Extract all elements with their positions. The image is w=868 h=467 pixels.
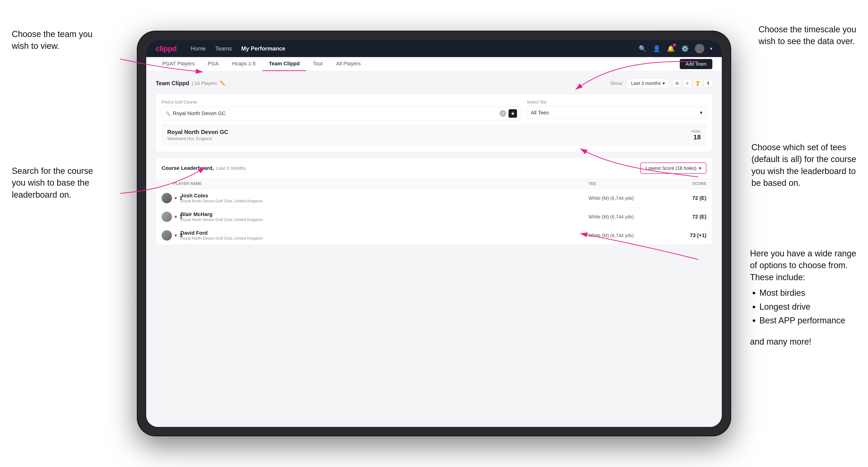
table-row: ♥ 1 Blair McHarg Royal North Devon Golf …	[156, 208, 712, 226]
score-cell-1: 72 (E)	[659, 195, 706, 201]
table-row: ♥ 3 David Ford Royal North Devon Golf Cl…	[156, 226, 712, 245]
tab-pga[interactable]: PGA	[201, 57, 225, 71]
search-icon[interactable]: 🔍	[638, 44, 647, 53]
score-type-dropdown[interactable]: Lowest Score (18 holes) ▾	[640, 162, 706, 174]
course-search-input[interactable]	[173, 111, 497, 117]
heart-icon-2[interactable]: ♥	[174, 214, 177, 220]
player-name-2: Blair McHarg	[181, 211, 263, 217]
annotation-top-right: Choose the timescale youwish to see the …	[758, 24, 856, 48]
tee-dropdown[interactable]: All Tees ▾	[527, 106, 706, 119]
course-search-group: Find a Golf Course 🔍 ✕ ★	[161, 100, 521, 120]
course-info: Royal North Devon GC Westward Ho!, Engla…	[167, 129, 228, 141]
download-button[interactable]: ⬇	[704, 79, 712, 88]
player-info-1: Josh Coles Royal North Devon Golf Club, …	[181, 193, 588, 204]
player-name-1: Josh Coles	[181, 193, 263, 199]
team-count: | 14 Players	[192, 81, 217, 86]
team-header: Team Clippd | 14 Players ✏️ Show: Last 3…	[156, 78, 712, 88]
top-nav: clippd Home Teams My Performance 🔍 👤 🔔 ⚙…	[146, 40, 722, 57]
sub-nav: PGAT Players PGA Hcaps 1-5 Team Clippd T…	[146, 57, 722, 71]
annotation-top-left: Choose the team youwish to view.	[12, 28, 92, 52]
tab-tour[interactable]: Tour	[306, 57, 330, 71]
bullet-2: Longest drive	[760, 301, 856, 313]
app-container: clippd Home Teams My Performance 🔍 👤 🔔 ⚙…	[146, 40, 722, 427]
player-club-2: Royal North Devon Golf Club, United King…	[181, 217, 263, 222]
course-result-name: Royal North Devon GC	[167, 129, 228, 135]
tee-chevron: ▾	[700, 110, 703, 116]
search-magnify-icon: 🔍	[165, 111, 170, 116]
nav-my-performance[interactable]: My Performance	[241, 45, 285, 52]
search-row: Find a Golf Course 🔍 ✕ ★ Select Tee	[161, 100, 706, 120]
bullet-3: Best APP performance	[760, 315, 856, 326]
tee-cell-2: White (M) (6,744 yds)	[588, 214, 659, 220]
holes-badge: Holes 18	[691, 129, 701, 141]
trophy-button[interactable]: 🏆	[693, 79, 702, 88]
dropdown-chevron: ▾	[662, 81, 665, 86]
view-icons: ⊞ ≡ 🏆 ⬇	[673, 79, 712, 88]
edit-team-icon[interactable]: ✏️	[220, 81, 226, 86]
player-club-1: Royal North Devon Golf Club, United King…	[181, 199, 263, 204]
users-icon[interactable]: 👤	[652, 44, 661, 53]
main-content: Team Clippd | 14 Players ✏️ Show: Last 3…	[146, 71, 722, 427]
table-row: ♥ 1 Josh Coles Royal North Devon Golf Cl…	[156, 189, 712, 208]
score-type-value: Lowest Score (18 holes)	[646, 165, 696, 171]
col-player-name: PLAYER NAME	[161, 182, 588, 186]
tab-team-clippd[interactable]: Team Clippd	[262, 57, 306, 71]
tee-cell-3: White (M) (6,744 yds)	[588, 233, 659, 238]
nav-links: Home Teams My Performance	[191, 45, 638, 52]
leaderboard-section: Course Leaderboard, Last 3 months Lowest…	[156, 158, 712, 245]
tab-pgat-players[interactable]: PGAT Players	[156, 57, 201, 71]
nav-home[interactable]: Home	[191, 45, 206, 52]
add-team-button[interactable]: Add Team	[680, 59, 712, 69]
score-dropdown-chevron: ▾	[699, 165, 701, 171]
team-name: Team Clippd	[156, 80, 189, 87]
player-avatar-2	[161, 212, 172, 222]
show-label: Show:	[610, 81, 623, 86]
list-view-button[interactable]: ≡	[683, 79, 691, 88]
course-search-input-wrap: 🔍 ✕ ★	[161, 106, 521, 120]
player-avatar-3	[161, 230, 172, 241]
leaderboard-title: Course Leaderboard,	[161, 165, 214, 171]
player-name-3: David Ford	[181, 230, 263, 236]
player-info-3: David Ford Royal North Devon Golf Club, …	[181, 230, 588, 241]
search-section: Find a Golf Course 🔍 ✕ ★ Select Tee	[156, 94, 712, 152]
clear-search-button[interactable]: ✕	[500, 110, 506, 117]
nav-right-icons: 🔍 👤 🔔 ⚙️ ▾	[638, 44, 712, 53]
find-course-label: Find a Golf Course	[161, 100, 521, 105]
app-logo: clippd	[156, 44, 177, 53]
rank-cell-2: ♥ 1	[161, 212, 181, 222]
heart-icon-3[interactable]: ♥	[174, 233, 177, 238]
annotation-bottom-left: Search for the courseyou wish to base th…	[12, 165, 93, 201]
and-more-text: and many more!	[750, 336, 856, 348]
settings-icon[interactable]: ⚙️	[681, 44, 689, 53]
leaderboard-subtitle: Last 3 months	[216, 165, 246, 171]
leaderboard-title-wrap: Course Leaderboard, Last 3 months	[161, 165, 246, 171]
nav-teams[interactable]: Teams	[215, 45, 232, 52]
tab-all-players[interactable]: All Players	[330, 57, 367, 71]
tee-cell-1: White (M) (6,744 yds)	[588, 195, 659, 201]
team-title: Team Clippd | 14 Players ✏️	[156, 80, 226, 87]
tab-hcaps[interactable]: Hcaps 1-5	[225, 57, 262, 71]
course-result[interactable]: Royal North Devon GC Westward Ho!, Engla…	[161, 124, 706, 146]
player-info-2: Blair McHarg Royal North Devon Golf Club…	[181, 211, 588, 222]
player-avatar-1	[161, 193, 172, 203]
heart-icon-1[interactable]: ♥	[174, 195, 177, 201]
favorite-button[interactable]: ★	[508, 109, 517, 118]
avatar-chevron[interactable]: ▾	[710, 46, 712, 52]
grid-view-button[interactable]: ⊞	[673, 79, 681, 88]
holes-number: 18	[691, 133, 701, 141]
user-avatar[interactable]	[695, 44, 704, 53]
score-cell-2: 72 (E)	[659, 214, 706, 220]
table-header: PLAYER NAME TEE SCORE	[156, 179, 712, 189]
annotation-lower-right: Here you have a wide rangeof options to …	[750, 248, 856, 348]
select-tee-label: Select Tee	[527, 100, 706, 105]
player-club-3: Royal North Devon Golf Club, United King…	[181, 236, 263, 241]
annotation-middle-right: Choose which set of tees(default is all)…	[751, 142, 856, 189]
notification-icon[interactable]: 🔔	[666, 44, 675, 53]
tee-value: All Tees	[531, 110, 549, 116]
time-period-dropdown[interactable]: Last 3 months ▾	[627, 78, 669, 88]
sub-nav-tabs: PGAT Players PGA Hcaps 1-5 Team Clippd T…	[156, 57, 367, 71]
rank-cell-3: ♥ 3	[161, 230, 181, 241]
bullet-1: Most birdies	[760, 287, 856, 299]
score-cell-3: 73 (+1)	[659, 232, 706, 239]
leaderboard-table: PLAYER NAME TEE SCORE ♥ 1	[156, 179, 712, 245]
